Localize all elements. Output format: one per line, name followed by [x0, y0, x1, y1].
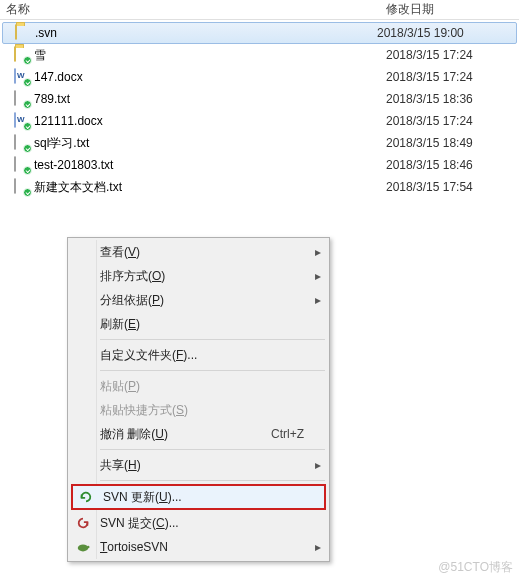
menu-svn-update[interactable]: SVN 更新(U)...: [71, 484, 326, 510]
menu-separator: [100, 339, 325, 340]
file-name: 雪: [34, 47, 46, 64]
svn-commit-icon: [70, 511, 96, 535]
folder-icon: [15, 25, 31, 41]
file-name: sql学习.txt: [34, 135, 89, 152]
file-date: 2018/3/15 17:24: [386, 114, 473, 128]
docx-icon: W: [14, 113, 30, 129]
file-row[interactable]: sql学习.txt 2018/3/15 18:49: [0, 132, 519, 154]
watermark: @51CTO博客: [438, 559, 513, 576]
txt-icon: [14, 179, 30, 195]
menu-paste-shortcut: 粘贴快捷方式(S): [70, 398, 327, 422]
file-date: 2018/3/15 18:46: [386, 158, 473, 172]
menu-refresh[interactable]: 刷新(E): [70, 312, 327, 336]
file-name: .svn: [35, 26, 57, 40]
file-row[interactable]: 新建文本文档.txt 2018/3/15 17:54: [0, 176, 519, 198]
menu-sort[interactable]: 排序方式(O) ▸: [70, 264, 327, 288]
file-row[interactable]: W 147.docx 2018/3/15 17:24: [0, 66, 519, 88]
column-header: 名称 修改日期: [0, 0, 519, 20]
file-row[interactable]: .svn 2018/3/15 19:00: [2, 22, 517, 44]
folder-icon: [14, 47, 30, 63]
menu-separator: [100, 480, 325, 481]
menu-svn-commit[interactable]: SVN 提交(C)...: [70, 511, 327, 535]
file-name: 新建文本文档.txt: [34, 179, 122, 196]
menu-undo-delete[interactable]: 撤消 删除(U) Ctrl+Z: [70, 422, 327, 446]
txt-icon: [14, 91, 30, 107]
chevron-right-icon: ▸: [309, 293, 327, 307]
docx-icon: W: [14, 69, 30, 85]
file-name: 147.docx: [34, 70, 83, 84]
header-name[interactable]: 名称: [0, 1, 386, 18]
menu-separator: [100, 449, 325, 450]
menu-group[interactable]: 分组依据(P) ▸: [70, 288, 327, 312]
file-row[interactable]: W 121111.docx 2018/3/15 17:24: [0, 110, 519, 132]
menu-separator: [100, 370, 325, 371]
menu-view[interactable]: 查看(V) ▸: [70, 240, 327, 264]
chevron-right-icon: ▸: [309, 269, 327, 283]
chevron-right-icon: ▸: [309, 458, 327, 472]
file-date: 2018/3/15 17:24: [386, 48, 473, 62]
file-name: test-201803.txt: [34, 158, 113, 172]
file-date: 2018/3/15 19:00: [377, 26, 464, 40]
txt-icon: [14, 157, 30, 173]
file-name: 789.txt: [34, 92, 70, 106]
menu-shortcut: Ctrl+Z: [271, 427, 327, 441]
file-row[interactable]: test-201803.txt 2018/3/15 18:46: [0, 154, 519, 176]
file-row[interactable]: 雪 2018/3/15 17:24: [0, 44, 519, 66]
header-date[interactable]: 修改日期: [386, 1, 519, 18]
tortoise-icon: [70, 535, 96, 559]
menu-paste: 粘贴(P): [70, 374, 327, 398]
file-date: 2018/3/15 18:49: [386, 136, 473, 150]
file-date: 2018/3/15 18:36: [386, 92, 473, 106]
txt-icon: [14, 135, 30, 151]
menu-customize[interactable]: 自定义文件夹(F)...: [70, 343, 327, 367]
file-name: 121111.docx: [34, 114, 103, 128]
file-date: 2018/3/15 17:24: [386, 70, 473, 84]
menu-tortoisesvn[interactable]: TortoiseSVN ▸: [70, 535, 327, 559]
file-date: 2018/3/15 17:54: [386, 180, 473, 194]
svn-update-icon: [73, 486, 99, 508]
context-menu: 查看(V) ▸ 排序方式(O) ▸ 分组依据(P) ▸ 刷新(E) 自定义文件夹…: [67, 237, 330, 562]
svg-point-0: [78, 544, 89, 551]
chevron-right-icon: ▸: [309, 245, 327, 259]
menu-share[interactable]: 共享(H) ▸: [70, 453, 327, 477]
file-row[interactable]: 789.txt 2018/3/15 18:36: [0, 88, 519, 110]
chevron-right-icon: ▸: [309, 540, 327, 554]
svg-point-1: [87, 546, 89, 548]
